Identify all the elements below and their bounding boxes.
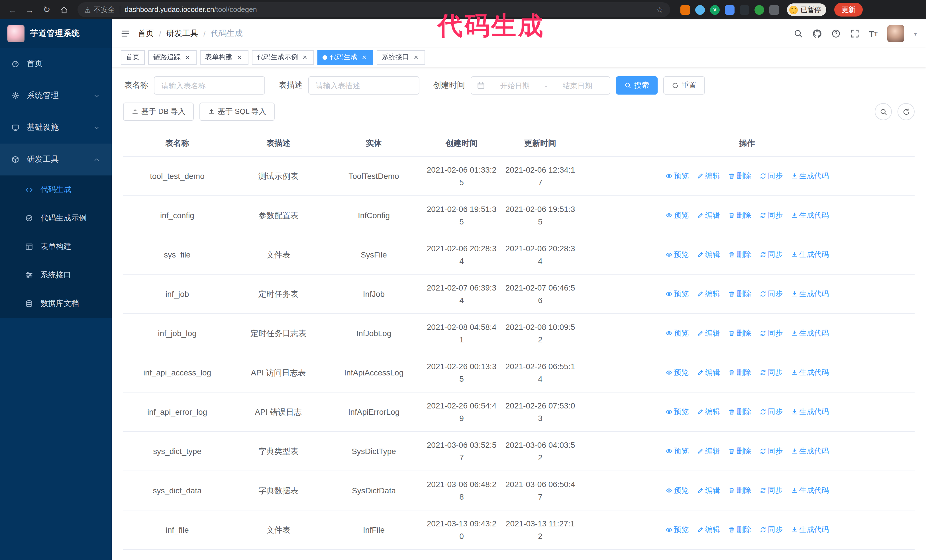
action-generate-link[interactable]: 生成代码 — [791, 327, 829, 339]
user-avatar[interactable] — [887, 25, 904, 42]
browser-forward-button[interactable]: → — [23, 3, 36, 17]
extension-icon[interactable] — [725, 5, 735, 15]
close-icon[interactable]: × — [360, 53, 368, 61]
tab-home[interactable]: 首页 — [121, 50, 145, 65]
action-edit-link[interactable]: 编辑 — [697, 287, 720, 300]
table-desc-input[interactable] — [315, 81, 413, 90]
sidebar-item-system-api[interactable]: 系统接口 — [0, 261, 112, 290]
action-preview-link[interactable]: 预览 — [665, 248, 688, 261]
action-sync-link[interactable]: 同步 — [759, 209, 783, 221]
action-generate-link[interactable]: 生成代码 — [791, 405, 829, 418]
browser-back-button[interactable]: ← — [6, 3, 20, 17]
sidebar-item-form-builder[interactable]: 表单构建 — [0, 232, 112, 261]
extension-icon[interactable] — [680, 5, 690, 15]
action-edit-link[interactable]: 编辑 — [697, 327, 720, 339]
browser-home-button[interactable] — [57, 3, 71, 17]
browser-address-bar[interactable]: ⚠ 不安全 dashboard.yudao.iocoder.cn/tool/co… — [77, 2, 670, 17]
extension-icon[interactable]: V — [710, 5, 720, 15]
action-generate-link[interactable]: 生成代码 — [791, 209, 829, 221]
action-sync-link[interactable]: 同步 — [759, 484, 783, 497]
search-button[interactable]: 搜索 — [616, 76, 658, 95]
action-generate-link[interactable]: 生成代码 — [791, 287, 829, 300]
sidebar-item-system[interactable]: 系统管理 — [0, 80, 112, 112]
sidebar-item-codegen[interactable]: 代码生成 — [0, 175, 112, 204]
date-range-picker[interactable]: - — [471, 76, 610, 95]
close-icon[interactable]: × — [412, 53, 420, 61]
close-icon[interactable]: × — [183, 53, 191, 61]
close-icon[interactable]: × — [235, 53, 243, 61]
action-delete-link[interactable]: 删除 — [728, 405, 751, 418]
action-sync-link[interactable]: 同步 — [759, 366, 783, 379]
action-delete-link[interactable]: 删除 — [728, 445, 751, 457]
action-edit-link[interactable]: 编辑 — [697, 366, 720, 379]
table-name-input[interactable] — [160, 81, 259, 90]
paused-badge[interactable]: 已暂停 — [787, 3, 826, 16]
tab-codegen[interactable]: 代码生成× — [318, 50, 373, 65]
refresh-table-button[interactable] — [897, 103, 915, 120]
action-sync-link[interactable]: 同步 — [759, 169, 783, 182]
action-sync-link[interactable]: 同步 — [759, 445, 783, 457]
sidebar-item-db-doc[interactable]: 数据库文档 — [0, 290, 112, 318]
tab-codegen-example[interactable]: 代码生成示例× — [252, 50, 314, 65]
action-edit-link[interactable]: 编辑 — [697, 405, 720, 418]
font-size-icon[interactable]: TT — [869, 29, 878, 38]
action-sync-link[interactable]: 同步 — [759, 327, 783, 339]
action-preview-link[interactable]: 预览 — [665, 366, 688, 379]
search-icon[interactable] — [793, 29, 803, 38]
action-preview-link[interactable]: 预览 — [665, 523, 688, 536]
action-preview-link[interactable]: 预览 — [665, 327, 688, 339]
tab-form-builder[interactable]: 表单构建× — [200, 50, 248, 65]
import-db-button[interactable]: 基于 DB 导入 — [123, 103, 194, 121]
puzzle-extension-icon[interactable] — [769, 5, 779, 15]
action-delete-link[interactable]: 删除 — [728, 248, 751, 261]
action-edit-link[interactable]: 编辑 — [697, 169, 720, 182]
import-sql-button[interactable]: 基于 SQL 导入 — [200, 103, 275, 121]
action-preview-link[interactable]: 预览 — [665, 405, 688, 418]
action-delete-link[interactable]: 删除 — [728, 327, 751, 339]
action-edit-link[interactable]: 编辑 — [697, 209, 720, 221]
tab-system-api[interactable]: 系统接口× — [377, 50, 425, 65]
extension-icon[interactable] — [755, 5, 764, 15]
help-icon[interactable] — [831, 29, 840, 38]
action-generate-link[interactable]: 生成代码 — [791, 366, 829, 379]
toggle-search-button[interactable] — [875, 103, 892, 120]
hamburger-icon[interactable] — [121, 29, 130, 38]
action-generate-link[interactable]: 生成代码 — [791, 484, 829, 497]
action-edit-link[interactable]: 编辑 — [697, 248, 720, 261]
action-preview-link[interactable]: 预览 — [665, 169, 688, 182]
action-delete-link[interactable]: 删除 — [728, 209, 751, 221]
extension-icon[interactable] — [695, 5, 705, 15]
action-edit-link[interactable]: 编辑 — [697, 484, 720, 497]
reset-button[interactable]: 重置 — [663, 76, 705, 95]
action-edit-link[interactable]: 编辑 — [697, 523, 720, 536]
sidebar-item-infra[interactable]: 基础设施 — [0, 112, 112, 143]
action-generate-link[interactable]: 生成代码 — [791, 445, 829, 457]
action-preview-link[interactable]: 预览 — [665, 445, 688, 457]
sidebar-item-home[interactable]: 首页 — [0, 48, 112, 80]
app-logo[interactable]: 芋道管理系统 — [0, 20, 112, 48]
sidebar-item-dev-tools[interactable]: 研发工具 — [0, 143, 112, 175]
bookmark-star-icon[interactable]: ☆ — [656, 5, 663, 14]
fullscreen-icon[interactable] — [850, 29, 859, 38]
close-icon[interactable]: × — [301, 53, 309, 61]
breadcrumb-item[interactable]: 研发工具 — [166, 29, 198, 39]
breadcrumb-item[interactable]: 首页 — [138, 29, 154, 39]
action-delete-link[interactable]: 删除 — [728, 287, 751, 300]
action-edit-link[interactable]: 编辑 — [697, 445, 720, 457]
action-sync-link[interactable]: 同步 — [759, 405, 783, 418]
action-preview-link[interactable]: 预览 — [665, 484, 688, 497]
action-delete-link[interactable]: 删除 — [728, 169, 751, 182]
security-warning[interactable]: ⚠ 不安全 — [84, 5, 115, 15]
action-sync-link[interactable]: 同步 — [759, 523, 783, 536]
chevron-down-icon[interactable]: ▾ — [914, 30, 917, 37]
action-sync-link[interactable]: 同步 — [759, 248, 783, 261]
action-delete-link[interactable]: 删除 — [728, 523, 751, 536]
extension-icon[interactable] — [740, 5, 749, 15]
action-preview-link[interactable]: 预览 — [665, 209, 688, 221]
sidebar-item-codegen-example[interactable]: 代码生成示例 — [0, 204, 112, 232]
update-button[interactable]: 更新 — [834, 3, 863, 17]
tab-tracing[interactable]: 链路追踪× — [148, 50, 197, 65]
start-date-input[interactable] — [488, 81, 542, 90]
action-delete-link[interactable]: 删除 — [728, 484, 751, 497]
end-date-input[interactable] — [551, 81, 604, 90]
